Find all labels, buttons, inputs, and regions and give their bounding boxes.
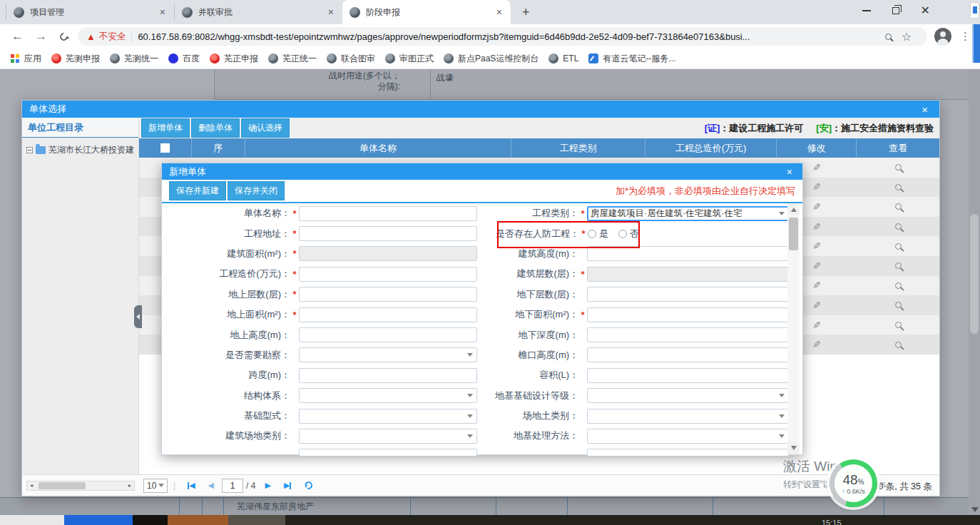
- select-all-checkbox[interactable]: [160, 143, 170, 153]
- edit-pencil-icon[interactable]: ✎: [812, 162, 821, 173]
- browser-tab[interactable]: 阶段申报×: [342, 0, 511, 24]
- edit-pencil-icon[interactable]: ✎: [812, 260, 821, 272]
- field-select[interactable]: [299, 409, 477, 424]
- browser-menu-icon[interactable]: ⋮: [960, 30, 970, 43]
- refresh-icon[interactable]: [303, 480, 314, 491]
- forward-icon[interactable]: →: [35, 29, 47, 44]
- edit-pencil-icon[interactable]: ✎: [812, 280, 821, 291]
- bookmark-item[interactable]: 芜测统一: [110, 53, 158, 65]
- bookmark-item[interactable]: 芜测申报: [51, 53, 100, 65]
- scroll-right-arrow-icon[interactable]: ▸: [126, 482, 134, 489]
- back-icon[interactable]: ←: [11, 29, 24, 44]
- modal-close-icon[interactable]: ×: [922, 104, 928, 115]
- dialog-scrollbar-thumb[interactable]: [789, 218, 798, 250]
- scroll-down-button[interactable]: [787, 442, 800, 454]
- edit-pencil-icon[interactable]: ✎: [812, 181, 821, 193]
- browser-tab[interactable]: 项目管理×: [6, 4, 174, 21]
- network-speed-gauge[interactable]: 48% ↑ 0.6K/s: [830, 459, 877, 507]
- restore-icon[interactable]: [892, 7, 899, 14]
- bookmark-star-icon[interactable]: ☆: [902, 30, 912, 44]
- view-search-icon[interactable]: [895, 322, 902, 328]
- taskbar-app[interactable]: [168, 515, 228, 525]
- field-input[interactable]: [587, 307, 789, 322]
- taskbar-app[interactable]: [0, 515, 64, 525]
- panel-collapse-handle[interactable]: [134, 305, 142, 328]
- tree-node[interactable]: 芜湖市长江大桥投资建: [26, 144, 138, 156]
- edit-pencil-icon[interactable]: ✎: [812, 221, 821, 233]
- taskbar-app[interactable]: [64, 515, 133, 525]
- radio-circle-icon[interactable]: [618, 230, 627, 238]
- page-size-select[interactable]: 10: [143, 479, 168, 493]
- view-search-icon[interactable]: [895, 282, 902, 289]
- view-search-icon[interactable]: [895, 262, 902, 269]
- view-search-icon[interactable]: [895, 184, 902, 190]
- edit-pencil-icon[interactable]: ✎: [812, 240, 821, 252]
- field-input[interactable]: [587, 327, 789, 342]
- dialog-save-button[interactable]: 保存并关闭: [228, 181, 285, 200]
- bookmark-item[interactable]: 新点PaaS运维控制台: [444, 53, 539, 65]
- field-input[interactable]: [299, 368, 477, 383]
- bookmark-item[interactable]: 应用: [10, 53, 41, 65]
- field-select[interactable]: [299, 388, 477, 403]
- field-input[interactable]: [299, 307, 477, 322]
- view-search-icon[interactable]: [895, 243, 902, 250]
- dialog-close-icon[interactable]: ×: [787, 166, 792, 178]
- radio-option[interactable]: 否: [618, 228, 639, 240]
- view-search-icon[interactable]: [895, 302, 902, 308]
- close-window-icon[interactable]: ✕: [921, 5, 930, 16]
- field-input[interactable]: [587, 368, 789, 383]
- edit-pencil-icon[interactable]: ✎: [812, 201, 821, 213]
- dialog-scrollbar[interactable]: [787, 203, 800, 454]
- tab-close-icon[interactable]: ×: [325, 6, 337, 18]
- edit-pencil-icon[interactable]: ✎: [812, 300, 821, 311]
- field-input[interactable]: [587, 449, 789, 456]
- view-search-icon[interactable]: [895, 342, 902, 348]
- next-page-button[interactable]: ▶: [265, 481, 270, 490]
- field-input[interactable]: [299, 449, 477, 456]
- tree-node-label[interactable]: 芜湖市长江大桥投资建: [49, 144, 134, 156]
- field-input[interactable]: [299, 226, 477, 241]
- bookmark-item[interactable]: 联合图审: [327, 53, 375, 65]
- view-search-icon[interactable]: [895, 203, 902, 210]
- scroll-left-arrow-icon[interactable]: ◂: [27, 482, 36, 489]
- horizontal-scrollbar-thumb[interactable]: [39, 482, 86, 489]
- toolbar-button[interactable]: 删除单体: [191, 118, 240, 138]
- tree-expander-icon[interactable]: [26, 147, 33, 153]
- dialog-save-button[interactable]: 保存并新建: [169, 181, 226, 200]
- scroll-up-button[interactable]: [787, 203, 800, 215]
- field-input[interactable]: [299, 206, 477, 221]
- field-select[interactable]: [587, 388, 789, 403]
- tab-close-icon[interactable]: ×: [494, 6, 505, 18]
- address-bar[interactable]: ▲ 不安全 60.167.58.69:8082/whgg-xmsbdt-test…: [78, 27, 927, 46]
- field-input[interactable]: [587, 287, 789, 302]
- field-select[interactable]: [587, 429, 789, 444]
- field-select[interactable]: [299, 347, 477, 362]
- zoom-icon[interactable]: [885, 34, 892, 40]
- docked-widget-icon[interactable]: [970, 2, 979, 19]
- last-page-button[interactable]: ▶: [284, 481, 291, 490]
- toolbar-button[interactable]: 确认选择: [241, 118, 290, 138]
- reload-icon[interactable]: [58, 31, 69, 41]
- field-select[interactable]: [299, 429, 477, 444]
- page-number-input[interactable]: [222, 479, 243, 493]
- tab-close-icon[interactable]: ×: [157, 6, 168, 18]
- bookmark-item[interactable]: 百度: [168, 53, 200, 65]
- radio-option[interactable]: 是: [588, 228, 608, 240]
- new-tab-button[interactable]: +: [518, 5, 534, 20]
- view-search-icon[interactable]: [895, 164, 902, 170]
- minimize-icon[interactable]: [862, 10, 871, 11]
- bookmark-item[interactable]: 有道云笔记--服务...: [588, 53, 675, 65]
- taskbar-app[interactable]: [228, 515, 285, 525]
- field-input[interactable]: [299, 327, 477, 342]
- field-input[interactable]: [299, 287, 477, 302]
- view-search-icon[interactable]: [895, 223, 902, 230]
- browser-tab[interactable]: 并联审批×: [174, 4, 342, 21]
- field-input[interactable]: [587, 246, 789, 261]
- field-select[interactable]: 房屋建筑项目·居住建筑·住宅建筑·住宅: [587, 206, 789, 221]
- radio-circle-icon[interactable]: [588, 230, 596, 238]
- taskbar-app[interactable]: [133, 515, 168, 525]
- field-select[interactable]: [587, 409, 789, 424]
- edit-pencil-icon[interactable]: ✎: [812, 339, 821, 350]
- toolbar-button[interactable]: 新增单体: [141, 118, 190, 138]
- profile-avatar[interactable]: [934, 28, 951, 45]
